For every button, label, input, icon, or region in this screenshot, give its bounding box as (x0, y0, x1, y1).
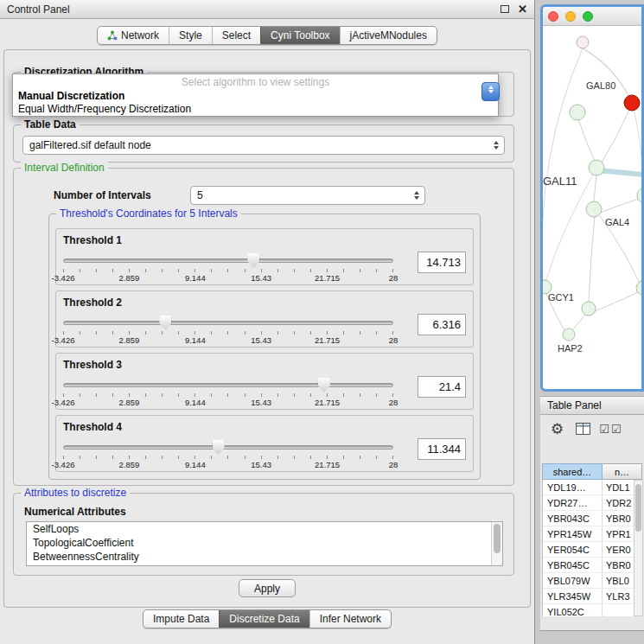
list-scrollbar[interactable] (491, 522, 502, 565)
table-cell[interactable]: YDR27… (543, 495, 603, 510)
column-header-name[interactable]: n… (603, 463, 642, 480)
list-item[interactable]: TopologicalCoefficient (27, 536, 502, 550)
table-cell[interactable]: YDL19… (543, 480, 603, 494)
table-rows: YDL19… YDL1 YDR27… YDR2 YBR043C YBR0 YPR… (542, 480, 634, 616)
checkbox-icon[interactable]: ☑ (599, 424, 609, 435)
table-cell[interactable]: YDL1 (603, 480, 634, 494)
float-window-icon[interactable] (501, 5, 509, 13)
network-node-gal80[interactable] (570, 105, 585, 120)
slider-thumb[interactable] (247, 253, 259, 268)
algorithm-combo-stepper[interactable] (481, 82, 500, 101)
interval-definition-group: Interval Definition Number of Intervals … (13, 168, 514, 486)
network-node[interactable] (577, 36, 589, 48)
close-icon[interactable]: ✕ (518, 3, 527, 15)
columns-icon[interactable] (576, 423, 590, 435)
network-edge (634, 108, 641, 190)
tick-label: 28 (389, 335, 399, 345)
list-item[interactable]: BetweennessCentrality (27, 550, 502, 564)
table-cell[interactable]: YPR145W (543, 526, 603, 541)
table-row[interactable]: YBR043C YBR0 (543, 511, 634, 526)
table-cell[interactable]: YLR3 (603, 589, 634, 603)
tick-label: 28 (389, 460, 399, 469)
tab-select[interactable]: Select (212, 27, 260, 44)
zoom-traffic-light[interactable] (583, 11, 593, 22)
table-row[interactable]: YDR27… YDR2 (543, 495, 634, 511)
table-row[interactable]: YDL19… YDL1 (543, 480, 634, 495)
tab-impute-data[interactable]: Impute Data (143, 610, 219, 628)
table-cell[interactable]: YBR0 (603, 558, 634, 572)
table-row[interactable]: YLR345W YLR3 (543, 589, 634, 604)
threshold-4-value-field[interactable]: 11.344 (418, 438, 466, 460)
table-cell[interactable]: YBR0 (603, 511, 634, 526)
slider-thumb[interactable] (318, 378, 330, 392)
network-node[interactable] (582, 302, 596, 316)
network-edge-thick (598, 170, 641, 175)
slider-track[interactable] (63, 258, 393, 263)
node-label-gal80: GAL80 (586, 80, 615, 91)
table-cell[interactable]: YER0 (603, 542, 634, 557)
table-scrollbar[interactable] (634, 480, 643, 616)
table-scrollbar-thumb[interactable] (635, 484, 641, 532)
table-row[interactable]: YBL079W YBL0 (543, 573, 634, 589)
table-cell[interactable]: YIL052C (543, 604, 603, 616)
checkbox-icon[interactable]: ☑ (611, 424, 622, 435)
network-node-red[interactable] (624, 95, 640, 111)
slider-ticks (63, 393, 393, 397)
gear-icon[interactable]: ⚙ (551, 422, 564, 437)
column-header-shared-name[interactable]: shared… (542, 463, 603, 480)
slider-thumb[interactable] (213, 440, 225, 455)
tab-jactivemnodules[interactable]: jActiveMNodules (340, 27, 437, 44)
table-cell[interactable]: YPR1 (603, 526, 634, 541)
tab-cyni-toolbox[interactable]: Cyni Toolbox (260, 27, 339, 44)
network-node[interactable] (637, 188, 641, 203)
algorithm-option-equal-width[interactable]: Equal Width/Frequency Discretization (13, 103, 498, 116)
table-panel-body: ⚙ ☑ ☑ shared… n… YDL19… YDL1 YDR27… YDR2 (540, 415, 644, 631)
table-cell[interactable]: YDR2 (603, 495, 634, 510)
table-cell[interactable]: YBL0 (603, 573, 634, 588)
tab-network[interactable]: Network (98, 27, 169, 44)
tab-discretize-data[interactable]: Discretize Data (219, 610, 309, 628)
network-node-hap2[interactable] (563, 328, 575, 341)
list-item[interactable]: SelfLoops (27, 522, 502, 536)
algorithm-option-manual[interactable]: Manual Discretization (13, 90, 498, 103)
tick-label: -3.426 (52, 398, 75, 407)
table-row[interactable]: YER054C YER0 (543, 542, 634, 558)
threshold-3-value-field[interactable]: 21.4 (418, 376, 466, 398)
table-cell[interactable]: YLR345W (543, 589, 603, 603)
tab-style[interactable]: Style (169, 27, 212, 44)
apply-button[interactable]: Apply (239, 579, 296, 597)
network-edge (595, 292, 638, 311)
tick-label: 9.144 (185, 398, 206, 407)
table-cell[interactable] (603, 604, 634, 616)
table-row[interactable]: YBR045C YBR0 (543, 558, 634, 573)
tab-style-label: Style (179, 29, 202, 41)
table-data-combo[interactable]: galFiltered.sif default node (22, 136, 505, 155)
table-cell[interactable]: YER054C (543, 542, 603, 557)
network-node-gal4[interactable] (586, 201, 602, 217)
tick-label: 21.715 (315, 335, 340, 345)
threshold-2-value-field[interactable]: 6.316 (418, 314, 466, 335)
slider-thumb[interactable] (159, 316, 171, 330)
threshold-1-value-field[interactable]: 14.713 (418, 252, 466, 273)
number-of-intervals-combo[interactable]: 5 (190, 186, 425, 205)
network-edge (543, 48, 583, 282)
network-canvas[interactable]: GAL80 GAL11 GAL4 GCY1 HAP2 (543, 26, 641, 391)
minimize-traffic-light[interactable] (565, 11, 576, 22)
number-of-intervals-label: Number of Intervals (54, 189, 151, 201)
tab-network-label: Network (121, 29, 159, 41)
table-row[interactable]: YIL052C (543, 604, 634, 616)
network-edge (545, 175, 593, 282)
tick-label: 2.859 (119, 398, 140, 407)
table-cell[interactable]: YBR043C (543, 511, 603, 526)
table-cell[interactable]: YBR045C (543, 558, 603, 572)
network-node-gal11[interactable] (589, 160, 604, 175)
slider-track[interactable] (63, 445, 393, 450)
list-scrollbar-thumb[interactable] (494, 524, 501, 553)
slider-tick-labels: -3.426 2.859 9.144 15.43 21.715 28 (63, 460, 393, 469)
slider-track[interactable] (63, 383, 393, 387)
close-traffic-light[interactable] (548, 11, 558, 22)
table-cell[interactable]: YBL079W (543, 573, 603, 588)
table-row[interactable]: YPR145W YPR1 (543, 526, 634, 542)
slider-track[interactable] (63, 321, 393, 325)
tab-infer-network[interactable]: Infer Network (309, 610, 391, 628)
